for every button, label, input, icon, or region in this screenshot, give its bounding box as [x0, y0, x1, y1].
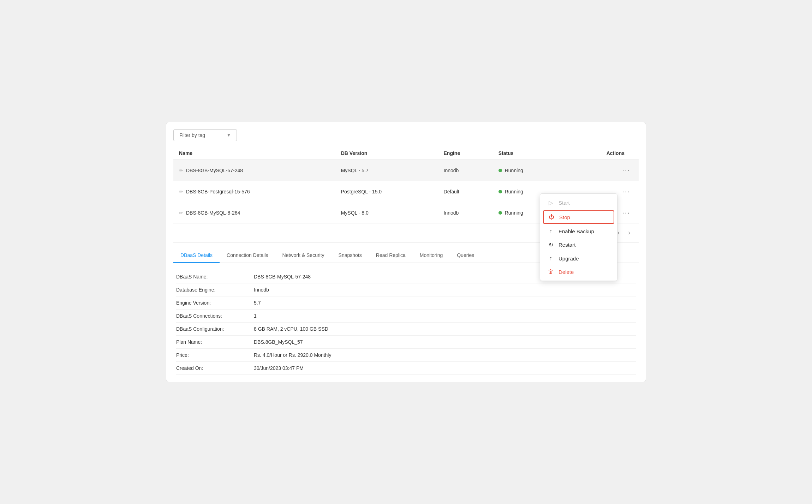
menu-item-stop[interactable]: ⏻ Stop — [543, 210, 614, 224]
detail-value: Innodb — [254, 287, 269, 293]
filter-label: Filter by tag — [179, 132, 205, 138]
tab-read-replica[interactable]: Read Replica — [369, 248, 413, 263]
filter-by-tag-dropdown[interactable]: Filter by tag ▼ — [173, 129, 237, 141]
tab-snapshots[interactable]: Snapshots — [332, 248, 369, 263]
detail-value: DBS-8GB-MySQL-57-248 — [254, 274, 311, 280]
detail-label: DBaaS Configuration: — [176, 326, 254, 332]
col-status: Status — [493, 147, 564, 160]
name-value: DBS-8GB-Postgresql-15-576 — [186, 189, 250, 194]
status-text: Running — [505, 168, 523, 173]
detail-value: 30/Jun/2023 03:47 PM — [254, 365, 304, 371]
cell-name: ✏ DBS-8GB-MySQL-8-264 — [173, 202, 335, 223]
tab-connection-details[interactable]: Connection Details — [220, 248, 275, 263]
stop-icon: ⏻ — [548, 214, 555, 220]
context-menu: ▷ Start ⏻ Stop ↑ Enable Backup ↻ Restart… — [540, 193, 617, 281]
restart-label: Restart — [559, 242, 575, 248]
col-engine: Engine — [438, 147, 493, 160]
detail-value: DBS.8GB_MySQL_57 — [254, 339, 303, 345]
col-name: Name — [173, 147, 335, 160]
menu-item-restart[interactable]: ↻ Restart — [540, 238, 617, 252]
cell-engine: Innodb — [438, 160, 493, 181]
col-db-version: DB Version — [335, 147, 438, 160]
cell-db-version: MySQL - 8.0 — [335, 202, 438, 223]
tab-queries[interactable]: Queries — [450, 248, 481, 263]
menu-item-enable-backup[interactable]: ↑ Enable Backup — [540, 224, 617, 238]
edit-icon: ✏ — [179, 210, 183, 216]
cell-engine: Innodb — [438, 202, 493, 223]
detail-label: Created On: — [176, 365, 254, 371]
detail-value: 8 GB RAM, 2 vCPU, 100 GB SSD — [254, 326, 328, 332]
detail-label: Engine Version: — [176, 300, 254, 306]
tab-network-security[interactable]: Network & Security — [275, 248, 332, 263]
status-dot — [498, 190, 502, 193]
upgrade-icon: ↑ — [547, 255, 554, 262]
detail-label: Plan Name: — [176, 339, 254, 345]
detail-row: DBaaS Connections: 1 — [176, 310, 636, 323]
start-label: Start — [559, 200, 570, 206]
cell-db-version: PostgreSQL - 15.0 — [335, 181, 438, 202]
details-section: DBaaS Name: DBS-8GB-MySQL-57-248 Databas… — [173, 270, 639, 375]
detail-value: 5.7 — [254, 300, 261, 306]
name-value: DBS-8GB-MySQL-57-248 — [186, 168, 243, 173]
delete-label: Delete — [559, 269, 574, 275]
upgrade-label: Upgrade — [559, 256, 579, 262]
detail-label: Price: — [176, 352, 254, 358]
edit-icon: ✏ — [179, 189, 183, 194]
actions-menu-button[interactable]: ··· — [619, 165, 633, 176]
detail-label: DBaaS Connections: — [176, 313, 254, 319]
detail-label: DBaaS Name: — [176, 274, 254, 280]
status-dot — [498, 169, 502, 172]
cell-actions: ··· — [564, 160, 639, 181]
cell-engine: Default — [438, 181, 493, 202]
status-text: Running — [505, 189, 523, 194]
start-icon: ▷ — [547, 199, 554, 206]
menu-item-start: ▷ Start — [540, 196, 617, 210]
restart-icon: ↻ — [547, 241, 554, 248]
menu-item-delete[interactable]: 🗑 Delete — [540, 265, 617, 278]
tab-dbaas-details[interactable]: DBaaS Details — [173, 248, 220, 263]
actions-menu-button[interactable]: ··· — [619, 207, 633, 218]
status-text: Running — [505, 210, 523, 216]
cell-name: ✏ DBS-8GB-MySQL-57-248 — [173, 160, 335, 181]
stop-label: Stop — [559, 214, 570, 220]
detail-row: Price: Rs. 4.0/Hour or Rs. 2920.0 Monthl… — [176, 349, 636, 362]
filter-bar: Filter by tag ▼ — [173, 129, 639, 141]
tab-monitoring[interactable]: Monitoring — [413, 248, 450, 263]
table-row[interactable]: ✏ DBS-8GB-MySQL-57-248 MySQL - 5.7 Innod… — [173, 160, 639, 181]
col-actions: Actions — [564, 147, 639, 160]
detail-row: Created On: 30/Jun/2023 03:47 PM — [176, 362, 636, 375]
cell-name: ✏ DBS-8GB-Postgresql-15-576 — [173, 181, 335, 202]
detail-row: Engine Version: 5.7 — [176, 296, 636, 310]
detail-value: 1 — [254, 313, 257, 319]
menu-item-upgrade[interactable]: ↑ Upgrade — [540, 252, 617, 265]
next-page-button[interactable]: › — [625, 228, 633, 238]
delete-icon: 🗑 — [547, 269, 554, 275]
name-value: DBS-8GB-MySQL-8-264 — [186, 210, 240, 216]
edit-icon: ✏ — [179, 168, 183, 173]
detail-row: DBaaS Configuration: 8 GB RAM, 2 vCPU, 1… — [176, 323, 636, 336]
cell-db-version: MySQL - 5.7 — [335, 160, 438, 181]
main-container: Filter by tag ▼ Name DB Version Engine S… — [166, 122, 646, 382]
chevron-down-icon: ▼ — [227, 133, 231, 138]
status-dot — [498, 211, 502, 215]
detail-label: Database Engine: — [176, 287, 254, 293]
table-header-row: Name DB Version Engine Status Actions — [173, 147, 639, 160]
actions-menu-button[interactable]: ··· — [619, 186, 633, 197]
enable-backup-icon: ↑ — [547, 228, 554, 234]
detail-value: Rs. 4.0/Hour or Rs. 2920.0 Monthly — [254, 352, 331, 358]
enable-backup-label: Enable Backup — [559, 228, 594, 234]
detail-row: Database Engine: Innodb — [176, 283, 636, 296]
detail-row: Plan Name: DBS.8GB_MySQL_57 — [176, 336, 636, 349]
cell-status: Running — [493, 160, 564, 181]
